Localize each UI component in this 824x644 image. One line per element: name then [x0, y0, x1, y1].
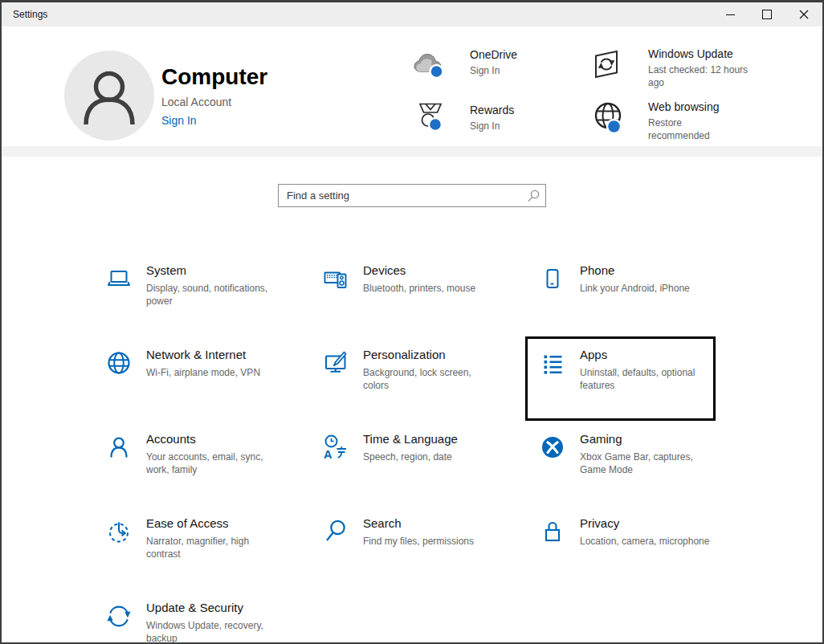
quick-status-windows-update[interactable]: Windows Update Last checked: 12 hours ag…	[592, 47, 761, 95]
search-box	[278, 184, 546, 207]
category-subtitle: Bluetooth, printers, mouse	[363, 282, 475, 295]
category-subtitle: Windows Update, recovery, backup	[146, 619, 279, 644]
category-tile-network-internet[interactable]: Network & Internet Wi-Fi, airplane mode,…	[92, 336, 282, 421]
category-title: Ease of Access	[146, 516, 279, 532]
system-laptop-icon	[104, 264, 133, 293]
titlebar: Settings	[2, 2, 822, 26]
quick-status-onedrive[interactable]: OneDrive Sign In	[411, 47, 572, 94]
category-title: Time & Language	[363, 431, 458, 447]
category-title: Apps	[580, 347, 713, 363]
search-magnifier-icon	[321, 517, 350, 546]
maximize-button[interactable]	[749, 2, 785, 26]
quick-status-title: Web browsing	[648, 100, 722, 114]
category-subtitle: Xbox Game Bar, captures, Game Mode	[580, 450, 713, 476]
window-title: Settings	[13, 9, 712, 20]
user-name: Computer	[161, 65, 267, 89]
category-tile-devices[interactable]: Devices Bluetooth, printers, mouse	[308, 252, 499, 336]
devices-keyboard-icon	[321, 264, 350, 293]
category-tile-gaming[interactable]: Gaming Xbox Game Bar, captures, Game Mod…	[525, 421, 716, 505]
category-tile-system[interactable]: System Display, sound, notifications, po…	[92, 252, 282, 336]
category-title: Search	[363, 516, 474, 532]
category-tile-phone[interactable]: Phone Link your Android, iPhone	[525, 252, 716, 336]
minimize-button[interactable]	[712, 2, 749, 26]
user-block: Computer Local Account Sign In	[161, 65, 267, 127]
category-subtitle: Background, lock screen, colors	[363, 366, 496, 392]
window-controls	[712, 2, 822, 26]
personalization-monitor-icon	[321, 348, 350, 377]
category-tile-privacy[interactable]: Privacy Location, camera, microphone	[525, 505, 716, 589]
category-tile-ease-of-access[interactable]: Ease of Access Narrator, magnifier, high…	[92, 505, 282, 589]
quick-status-subtitle: Sign In	[470, 120, 514, 132]
search-input[interactable]	[278, 184, 546, 207]
settings-window: Settings Computer Local Account Sign In	[0, 0, 824, 644]
apps-list-icon	[538, 348, 567, 377]
phone-icon	[538, 264, 567, 293]
quick-status-subtitle: Last checked: 12 hours ago	[648, 63, 749, 89]
category-title: Phone	[580, 263, 690, 279]
windows-update-icon	[592, 48, 621, 80]
quick-status-subtitle: Restore recommended	[648, 116, 722, 142]
quick-status-title: OneDrive	[470, 47, 517, 62]
quick-status-title: Rewards	[470, 103, 514, 117]
category-title: Devices	[363, 263, 475, 279]
category-subtitle: Your accounts, email, sync, work, family	[146, 450, 279, 476]
ease-of-access-icon	[104, 517, 133, 546]
category-title: Personalization	[363, 347, 496, 363]
category-tile-apps[interactable]: Apps Uninstall, defaults, optional featu…	[525, 336, 716, 421]
category-title: Accounts	[146, 431, 279, 447]
category-title: Privacy	[580, 516, 709, 532]
category-title: System	[146, 263, 279, 279]
category-title: Network & Internet	[146, 347, 260, 363]
quick-status-rewards[interactable]: Rewards Sign In	[411, 100, 572, 146]
maximize-icon	[762, 10, 772, 19]
user-sign-in-link[interactable]: Sign In	[161, 114, 267, 127]
privacy-lock-icon	[538, 517, 567, 546]
accounts-person-icon	[104, 433, 133, 462]
time-language-icon: A	[321, 433, 350, 462]
update-security-icon	[104, 601, 133, 630]
close-icon	[799, 10, 809, 19]
category-subtitle: Display, sound, notifications, power	[146, 282, 279, 308]
category-tile-personalization[interactable]: Personalization Background, lock screen,…	[308, 336, 499, 421]
category-subtitle: Speech, region, date	[363, 450, 458, 463]
quick-status-title: Windows Update	[648, 47, 749, 61]
category-subtitle: Link your Android, iPhone	[580, 282, 690, 295]
quick-status-web-browsing[interactable]: Web browsing Restore recommended	[592, 99, 761, 147]
onedrive-cloud-icon	[411, 51, 448, 79]
person-avatar-icon	[64, 51, 154, 141]
minimize-icon	[726, 14, 735, 15]
category-tile-accounts[interactable]: Accounts Your accounts, email, sync, wor…	[92, 421, 282, 505]
category-tile-update-security[interactable]: Update & Security Windows Update, recove…	[92, 589, 282, 644]
avatar[interactable]	[64, 51, 154, 141]
rewards-medal-icon	[414, 100, 447, 133]
category-title: Gaming	[580, 431, 713, 447]
category-subtitle: Location, camera, microphone	[580, 535, 709, 548]
close-button[interactable]	[785, 2, 822, 26]
category-subtitle: Uninstall, defaults, optional features	[580, 366, 713, 392]
web-browsing-globe-icon	[592, 100, 627, 137]
category-tile-search[interactable]: Search Find my files, permissions	[308, 505, 499, 589]
category-grid: System Display, sound, notifications, po…	[92, 252, 742, 644]
search-icon	[526, 189, 540, 203]
category-subtitle: Wi-Fi, airplane mode, VPN	[146, 366, 260, 379]
category-subtitle: Narrator, magnifier, high contrast	[146, 535, 279, 560]
account-type: Local Account	[161, 96, 267, 108]
category-title: Update & Security	[146, 600, 279, 616]
quick-status-subtitle: Sign In	[470, 64, 517, 77]
network-globe-icon	[104, 348, 133, 377]
header-divider	[2, 146, 822, 157]
category-tile-time-language[interactable]: A Time & Language Speech, region, date	[308, 421, 499, 505]
gaming-xbox-icon	[538, 433, 567, 462]
category-subtitle: Find my files, permissions	[363, 535, 474, 548]
svg-text:A: A	[324, 448, 332, 461]
